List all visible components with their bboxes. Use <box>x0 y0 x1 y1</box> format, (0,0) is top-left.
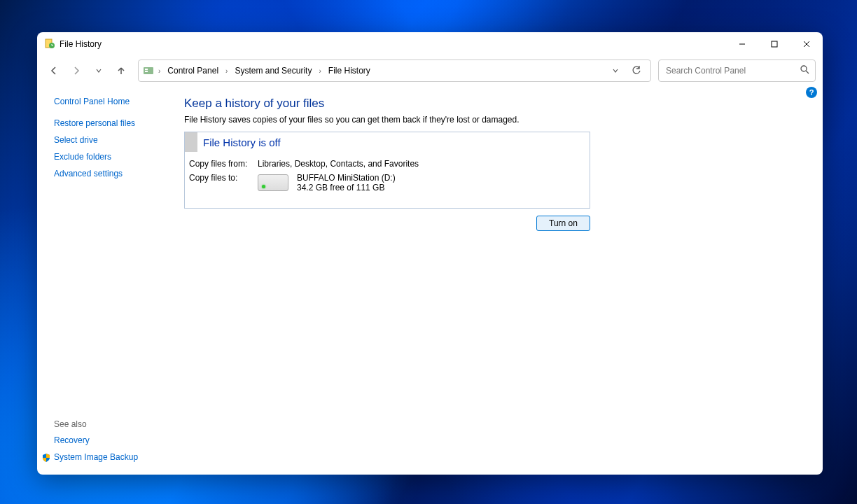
forward-button[interactable] <box>67 61 86 80</box>
page-title: Keep a history of your files <box>184 97 811 111</box>
status-header: File History is off <box>185 132 590 152</box>
svg-rect-7 <box>145 69 148 70</box>
back-button[interactable] <box>44 61 64 80</box>
status-text: File History is off <box>197 136 281 148</box>
window-title: File History <box>60 39 102 49</box>
status-panel: File History is off Copy files from: Lib… <box>184 132 590 209</box>
see-also-header: See also <box>54 415 184 432</box>
minimize-button[interactable] <box>726 32 758 56</box>
refresh-button[interactable] <box>627 61 646 80</box>
chevron-right-icon: › <box>317 67 322 75</box>
sidebar: Control Panel Home Restore personal file… <box>37 85 184 475</box>
window-controls <box>726 32 823 56</box>
turn-on-button[interactable]: Turn on <box>536 216 590 231</box>
main-panel: ? Keep a history of your files File Hist… <box>184 85 823 475</box>
control-panel-icon <box>143 65 154 76</box>
svg-rect-8 <box>145 71 148 72</box>
maximize-button[interactable] <box>758 32 790 56</box>
chevron-right-icon: › <box>157 67 162 75</box>
drive-icon <box>258 174 288 191</box>
search-box[interactable] <box>658 59 816 82</box>
page-description: File History saves copies of your files … <box>184 115 811 125</box>
drive-space: 34.2 GB free of 111 GB <box>297 183 396 192</box>
address-bar[interactable]: › Control Panel › System and Security › … <box>138 59 651 82</box>
svg-point-9 <box>801 66 807 71</box>
help-icon[interactable]: ? <box>806 87 817 98</box>
breadcrumb-item[interactable]: File History <box>326 64 373 77</box>
status-indicator <box>185 132 197 152</box>
drive-name: BUFFALO MiniStation (D:) <box>297 173 396 183</box>
copy-from-label: Copy files from: <box>189 159 258 169</box>
see-also-system-image-backup[interactable]: System Image Backup <box>41 449 184 466</box>
shield-icon <box>41 453 51 463</box>
breadcrumb-item[interactable]: System and Security <box>232 64 314 77</box>
copy-from-value: Libraries, Desktop, Contacts, and Favori… <box>258 159 419 169</box>
address-dropdown[interactable] <box>606 61 625 80</box>
chevron-right-icon: › <box>224 67 229 75</box>
titlebar: File History <box>37 32 823 56</box>
see-also-label: System Image Backup <box>54 452 138 462</box>
sidebar-link-exclude[interactable]: Exclude folders <box>54 148 184 165</box>
sidebar-link-restore[interactable]: Restore personal files <box>54 115 184 132</box>
content-area: Control Panel Home Restore personal file… <box>37 85 823 475</box>
search-icon <box>800 65 809 76</box>
copy-to-label: Copy files to: <box>189 173 258 192</box>
breadcrumb-item[interactable]: Control Panel <box>165 64 221 77</box>
control-panel-home-link[interactable]: Control Panel Home <box>54 94 184 115</box>
sidebar-link-advanced[interactable]: Advanced settings <box>54 165 184 182</box>
toolbar: › Control Panel › System and Security › … <box>37 56 823 85</box>
svg-line-10 <box>806 71 809 74</box>
svg-rect-3 <box>772 41 777 47</box>
app-icon <box>44 38 55 50</box>
window: File History › Control Panel › System an… <box>37 32 823 475</box>
see-also-recovery[interactable]: Recovery <box>54 432 184 449</box>
up-button[interactable] <box>111 61 131 80</box>
close-button[interactable] <box>790 32 823 56</box>
search-input[interactable] <box>664 65 800 76</box>
history-dropdown[interactable] <box>89 61 109 80</box>
sidebar-link-select-drive[interactable]: Select drive <box>54 132 184 148</box>
